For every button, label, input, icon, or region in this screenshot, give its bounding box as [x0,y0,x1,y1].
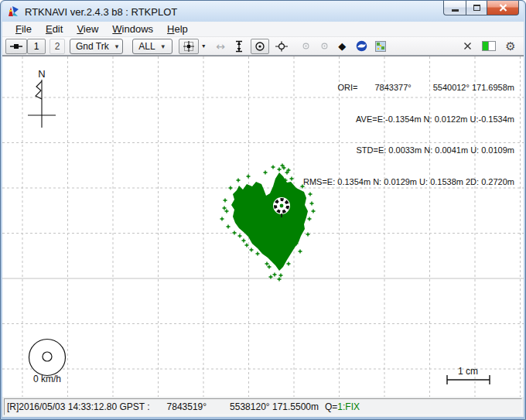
circle-dot-icon [254,41,265,52]
track-point-toggle-button[interactable] [5,39,27,54]
ave-line: AVE=E:-0.1354m N: 0.0122m U:-0.1534m [303,114,514,125]
speed-label: 0 km/h [33,374,61,384]
north-label: N [38,68,45,80]
std-line: STD=E: 0.0033m N: 0.0041m U: 0.0109m [303,145,514,156]
show-origin-button[interactable] [273,39,290,54]
speed-indicator [29,340,66,376]
view-1-label: 1 [34,41,39,52]
app-icon [7,5,20,18]
north-arrow [28,80,56,128]
chevron-down-icon: ▾ [202,43,205,50]
stream-status-indicator [482,41,496,51]
rms-line: RMS=E: 0.1354m N: 0.0129m U: 0.1538m 2D:… [303,177,514,188]
gear-icon: ⚙ [505,39,515,53]
menu-item-view[interactable]: View [70,22,105,36]
fit-horizontal-icon: ↔ [216,40,225,53]
plot-area[interactable]: N 0 km/h [2,56,524,397]
status-time: [R]2016/05/03 14:33:12.80 GPST : [7,401,150,412]
status-latitude: 7843519° [167,401,207,412]
window-title: RTKNAVI ver.2.4.3 b8 : RTKPLOT [25,5,177,18]
toolbar: 1 2 Gnd Trk ▾ ALL ▾ ▾ ↔ [2,37,524,56]
track-cluster [220,164,316,282]
menu-item-windows[interactable]: Windows [105,22,160,36]
ori-longitude: 5540012° [433,83,470,92]
center-origin-icon [183,40,195,53]
center-options-dropdown[interactable]: ▾ [199,39,208,54]
google-earth-button[interactable] [354,39,369,54]
view-1-button[interactable]: 1 [27,39,46,54]
status-panel: [R]2016/05/03 14:33:12.80 GPST :7843519°… [4,398,522,415]
fit-horizontal-button[interactable]: ↔ [213,39,228,54]
ori-height: 171.6958m [472,83,514,92]
close-icon [499,4,507,12]
chevron-down-icon: ▾ [115,43,119,50]
stream-status-cell-idle [489,41,496,51]
stream-status-cell-active [482,41,489,51]
ori-line: ORI=7843377°5540012° 171.6958m [303,83,514,94]
quality-label: Q= [325,401,337,412]
options-button[interactable]: ⚙ [502,39,519,54]
plot-type-value: Gnd Trk [76,41,109,52]
status-height: 171.5500m [272,401,319,412]
center-origin-button[interactable] [179,39,199,54]
statistics-block: ORI=7843377°5540012° 171.6958m AVE=E:-0.… [303,62,514,208]
waypoint-button[interactable]: ◆ [335,39,349,54]
maximize-button[interactable] [466,1,487,15]
ori-latitude: 7843377° [374,83,411,92]
google-map-icon [375,41,386,52]
view-2-label: 2 [55,41,60,52]
solution-filter-value: ALL [138,41,155,52]
minimize-button[interactable] [443,1,466,15]
station-mark-icon [275,41,289,52]
clear-button[interactable] [460,39,474,54]
chevron-down-icon: ▾ [162,43,166,50]
fit-vertical-icon [234,40,244,53]
track-point-icon [9,42,23,51]
plot-type-select[interactable]: Gnd Trk ▾ [70,39,123,54]
window-controls [443,1,519,15]
menu-item-edit[interactable]: Edit [39,22,70,36]
small-circle-dot-icon [302,43,309,50]
diamond-icon: ◆ [338,40,346,52]
small-circle-dot-icon [321,43,328,50]
minimize-icon [452,9,459,12]
title-bar[interactable]: RTKNAVI ver.2.4.3 b8 : RTKPLOT [2,1,524,22]
fit-vertical-button[interactable] [231,39,247,54]
animate-button[interactable] [299,39,312,54]
menu-item-file[interactable]: File [9,22,39,36]
clear-x-icon [463,42,472,50]
solution-filter-select[interactable]: ALL ▾ [132,39,172,54]
track-cluster-shape [231,172,308,271]
google-earth-icon [356,40,367,52]
center-cursor-button[interactable] [251,39,269,54]
status-longitude: 5538120° [230,401,270,412]
google-map-button[interactable] [373,39,388,54]
animate-stop-button[interactable] [318,39,330,54]
menu-item-help[interactable]: Help [160,22,195,36]
maximize-icon [473,5,480,11]
menu-bar: File Edit View Windows Help [2,22,524,37]
view-2-button[interactable]: 2 [50,39,65,54]
scale-label: 1 cm [458,366,478,377]
rtkplot-window: RTKNAVI ver.2.4.3 b8 : RTKPLOT File Edit… [0,0,526,420]
close-button[interactable] [487,1,519,15]
quality-value: 1:FIX [337,401,360,412]
status-bar: [R]2016/05/03 14:33:12.80 GPST :7843519°… [2,397,524,417]
ori-label: ORI= [337,83,357,92]
